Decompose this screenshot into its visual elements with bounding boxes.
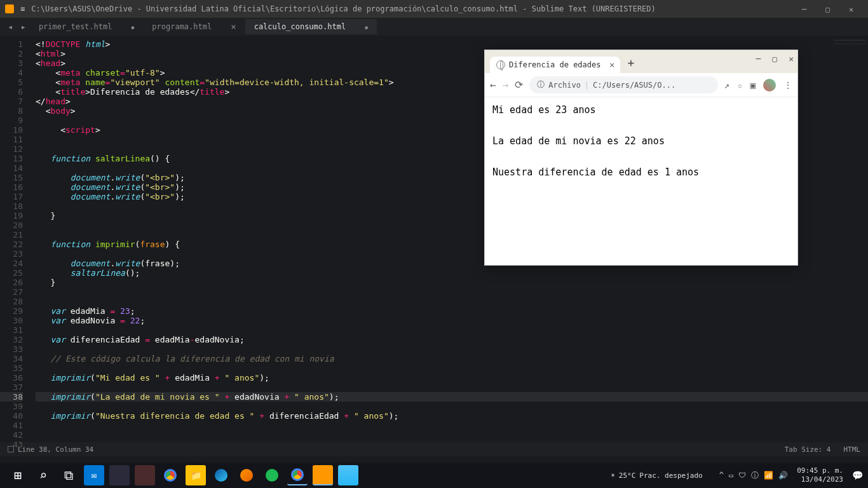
tab-bar: ◂ ▸ primer_test.html programa.html calcu… [0,18,868,36]
back-icon[interactable]: ← [490,79,496,91]
tab-programa[interactable]: programa.html [143,18,245,35]
volume-icon[interactable]: 🔊 [778,471,788,480]
output-line: La edad de mi novia es 22 anos [492,135,790,148]
window-title: C:\Users\ASUS\OneDrive - Universidad Lat… [31,4,802,13]
star-icon[interactable]: ☆ [737,80,742,90]
tab-dirty-icon[interactable] [365,23,368,31]
window-titlebar: ≡ C:\Users\ASUS\OneDrive - Universidad L… [0,0,868,18]
reload-icon[interactable]: ⟳ [515,79,523,91]
wifi-icon[interactable]: 📶 [764,471,773,480]
explorer-icon[interactable]: 📁 [186,465,206,485]
chrome-tab-title: Diferencia de edades [509,60,601,69]
menu-icon[interactable]: ⋮ [783,80,792,90]
chevron-up-icon[interactable]: ^ [719,471,724,480]
firefox-icon[interactable] [236,465,257,485]
tab-label: calculo_consumo.html [254,22,346,31]
output-line: Mi edad es 23 anos [492,104,790,117]
profile-avatar[interactable] [763,79,776,92]
addr-label: Archivo [548,81,581,90]
sublime-running-icon[interactable] [313,465,333,485]
date: 13/04/2023 [797,475,843,484]
chrome-minimize-icon[interactable]: ─ [756,54,761,64]
line-gutter: 12345 678910 1112131415 1617181920 21222… [0,36,29,442]
tab-back-icon[interactable]: ◂ [4,22,17,32]
lang-icon[interactable]: ⓘ [751,470,759,481]
maximize-button[interactable]: ▢ [825,5,833,13]
tab-primer[interactable]: primer_test.html [30,19,143,34]
system-tray[interactable]: ^ ▭ 🛡 ⓘ 📶 🔊 [719,470,788,481]
chrome-window: Diferencia de edades × + ─ ▢ ✕ ← → ⟳ ⓘ A… [484,50,798,266]
chrome-tab[interactable]: Diferencia de edades × [490,57,620,73]
clock[interactable]: 09:45 p. m. 13/04/2023 [792,466,848,484]
spotify-icon[interactable] [262,465,282,485]
chrome-tab-close-icon[interactable]: × [609,60,614,70]
tab-close-icon[interactable] [231,22,236,32]
forward-icon[interactable]: → [503,79,509,91]
app-icon[interactable] [135,465,155,485]
app-icon[interactable] [109,465,130,485]
tab-label: primer_test.html [39,22,112,31]
chrome-running-icon[interactable] [287,465,308,485]
tab-dirty-icon[interactable] [131,23,134,31]
weather-icon: ☀ [611,471,615,480]
taskbar: ⊞ ⌕ ⧉ ✉ 📁 ☀ 25°C Prac. despejado ^ ▭ 🛡 ⓘ… [0,463,868,488]
close-button[interactable]: ✕ [849,5,857,13]
menu-icon[interactable]: ≡ [20,4,25,13]
photos-icon[interactable] [338,465,358,485]
notifications-icon[interactable]: 💬 [852,470,863,480]
minimap[interactable] [834,39,865,128]
chrome-maximize-icon[interactable]: ▢ [772,54,777,64]
security-icon[interactable]: 🛡 [738,471,746,480]
chrome-close-icon[interactable]: ✕ [789,54,794,64]
weather-temp: 25°C [619,471,636,480]
taskview-icon[interactable]: ⧉ [58,465,79,485]
address-bar[interactable]: ⓘ Archivo | C:/Users/ASUS/O... [529,76,717,93]
chrome-toolbar: ← → ⟳ ⓘ Archivo | C:/Users/ASUS/O... ↗ ☆… [485,73,797,97]
chrome-viewport: Mi edad es 23 anos La edad de mi novia e… [485,97,797,203]
minimize-button[interactable]: ─ [802,5,810,13]
time: 09:45 p. m. [797,466,843,475]
weather-widget[interactable]: ☀ 25°C Prac. despejado [611,471,702,480]
tab-calculo[interactable]: calculo_consumo.html [245,19,377,34]
new-tab-button[interactable]: + [628,56,635,73]
extension-icon[interactable]: ▣ [750,80,756,90]
share-icon[interactable]: ↗ [724,80,729,90]
tab-fwd-icon[interactable]: ▸ [17,22,29,32]
chrome-tabstrip: Diferencia de edades × + ─ ▢ ✕ [485,50,797,73]
addr-path: C:/Users/ASUS/O... [593,81,675,90]
mail-icon[interactable]: ✉ [84,465,104,485]
search-icon[interactable]: ⌕ [33,465,53,485]
edge-icon[interactable] [211,465,231,485]
sublime-icon [5,4,14,13]
weather-text: Prac. despejado [639,471,702,480]
info-icon: ⓘ [537,79,545,90]
tab-label: programa.html [152,22,212,31]
output-line: Nuestra diferencia de edad es 1 anos [492,166,790,179]
globe-icon [496,60,505,69]
start-button[interactable]: ⊞ [8,465,28,485]
battery-icon[interactable]: ▭ [729,471,733,480]
chrome-icon[interactable] [160,465,180,485]
